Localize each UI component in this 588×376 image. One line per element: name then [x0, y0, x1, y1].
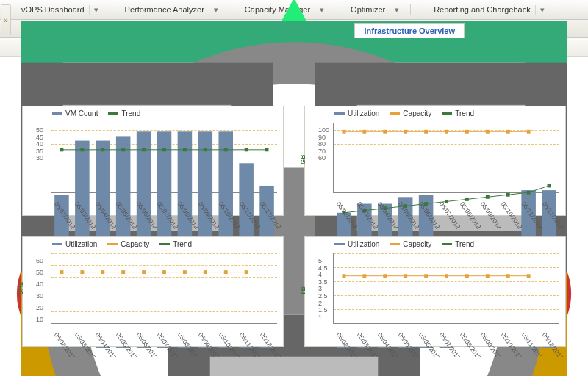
legend: UtilizationCapacityTrend — [309, 240, 561, 250]
chart-stor: Storage Capacity, Utilization And TrendU… — [304, 226, 566, 347]
y-tick: 35 — [36, 148, 43, 155]
legend-item: Trend — [159, 240, 192, 248]
y-tick: 45 — [36, 134, 43, 141]
y-tick: 80 — [318, 140, 326, 148]
svg-rect-111 — [465, 274, 469, 278]
svg-rect-30 — [101, 148, 104, 151]
y-tick: 50 — [36, 126, 43, 134]
svg-rect-84 — [245, 270, 248, 274]
plot-area — [51, 123, 277, 193]
y-tick: 1 — [318, 314, 322, 321]
svg-rect-107 — [383, 274, 387, 278]
svg-rect-79 — [142, 270, 146, 274]
legend-item: Utilization — [334, 109, 379, 118]
y-tick: 2.5 — [318, 292, 328, 300]
legend-item: Capacity — [107, 240, 149, 248]
svg-rect-37 — [245, 148, 248, 151]
legend-item: Capacity — [390, 240, 431, 248]
svg-rect-33 — [162, 148, 166, 151]
chart-box: UtilizationCapacityTrendGHz6050403020100… — [22, 236, 284, 347]
svg-rect-114 — [527, 274, 531, 278]
y-axis-label: GB — [299, 155, 306, 165]
y-tick: 2 — [318, 300, 322, 307]
svg-rect-106 — [362, 274, 366, 278]
legend-item: Utilization — [334, 240, 379, 248]
svg-rect-35 — [204, 148, 207, 151]
y-tick: 90 — [318, 134, 326, 141]
svg-rect-76 — [80, 270, 84, 274]
plot-area — [333, 123, 559, 193]
svg-rect-66 — [527, 191, 531, 195]
y-axis-label: GHz — [17, 282, 24, 295]
legend-item: Trend — [442, 109, 474, 118]
x-axis: 05/02/201205/03/201205/04/201205/05/2012… — [333, 325, 559, 346]
y-tick: 70 — [318, 148, 326, 155]
svg-rect-109 — [424, 274, 428, 278]
y-tick: 3.5 — [318, 278, 328, 286]
svg-rect-52 — [445, 130, 448, 134]
svg-rect-50 — [404, 130, 407, 134]
chart-cpu: CPU Capacity, Utilization And TrendUtili… — [22, 226, 284, 347]
svg-rect-110 — [445, 274, 448, 278]
y-tick: 20 — [36, 304, 43, 311]
svg-rect-32 — [142, 148, 146, 151]
legend-item: Trend — [442, 240, 474, 248]
y-tick: 10 — [36, 316, 43, 323]
cluster-icon — [167, 73, 177, 83]
chart-box: VM CountTrend504540353005/02/201205/03/2… — [22, 106, 284, 216]
x-axis: 05/02/201205/03/201205/04/201205/05/2012… — [51, 325, 277, 346]
svg-rect-38 — [265, 148, 269, 151]
legend: VM CountTrend — [27, 109, 279, 120]
y-tick: 40 — [36, 140, 43, 148]
svg-rect-54 — [486, 130, 490, 134]
svg-rect-81 — [183, 270, 187, 274]
y-tick: 5 — [318, 257, 322, 264]
tab-infrastructure-overview[interactable]: Infrastructure Overview — [354, 23, 465, 38]
y-tick: 50 — [36, 269, 43, 276]
legend-item: Trend — [108, 109, 140, 118]
plot-area — [333, 253, 559, 324]
svg-rect-108 — [404, 274, 407, 278]
svg-rect-47 — [342, 130, 345, 134]
svg-rect-56 — [527, 130, 531, 134]
y-tick: 3 — [318, 285, 322, 292]
x-axis: 05/02/201205/03/201205/04/201205/05/2012… — [333, 195, 559, 215]
svg-rect-105 — [342, 274, 345, 278]
svg-rect-78 — [121, 270, 125, 274]
svg-rect-36 — [224, 148, 228, 151]
chart-mem: Memory Capacity, Utilization And TrendUt… — [304, 95, 566, 216]
svg-rect-112 — [486, 274, 490, 278]
chart-vms: Total Active VMsVM CountTrend50454035300… — [22, 95, 284, 216]
svg-rect-34 — [183, 148, 187, 151]
svg-rect-80 — [162, 270, 166, 274]
y-tick: 30 — [36, 292, 43, 300]
legend: UtilizationCapacityTrend — [309, 109, 561, 120]
legend-item: VM Count — [52, 109, 98, 118]
y-tick: 100 — [318, 126, 329, 134]
svg-rect-75 — [60, 270, 63, 274]
legend-item: Capacity — [390, 109, 431, 118]
svg-rect-82 — [204, 270, 207, 274]
svg-rect-29 — [80, 148, 84, 151]
chart-box: UtilizationCapacityTrendGB1009080706005/… — [304, 106, 566, 216]
svg-rect-28 — [60, 148, 63, 151]
y-tick: 4.5 — [318, 264, 328, 272]
svg-rect-55 — [506, 130, 510, 134]
svg-rect-83 — [224, 270, 228, 274]
y-tick: 1.5 — [318, 306, 328, 314]
x-axis: 05/02/201205/03/201205/04/201205/05/2012… — [51, 195, 277, 215]
svg-rect-48 — [362, 130, 366, 134]
svg-rect-67 — [548, 184, 551, 188]
plot-area — [51, 253, 277, 324]
legend-item: Utilization — [52, 240, 97, 248]
svg-rect-31 — [121, 148, 125, 151]
chart-box: UtilizationCapacityTrendTB54.543.532.521… — [304, 236, 566, 347]
y-tick: 60 — [36, 257, 43, 264]
svg-rect-51 — [424, 130, 428, 134]
y-tick: 40 — [36, 281, 43, 288]
svg-rect-49 — [383, 130, 387, 134]
legend: UtilizationCapacityTrend — [27, 240, 279, 250]
svg-rect-53 — [465, 130, 469, 134]
y-axis-label: TB — [299, 286, 306, 295]
svg-rect-113 — [506, 274, 510, 278]
